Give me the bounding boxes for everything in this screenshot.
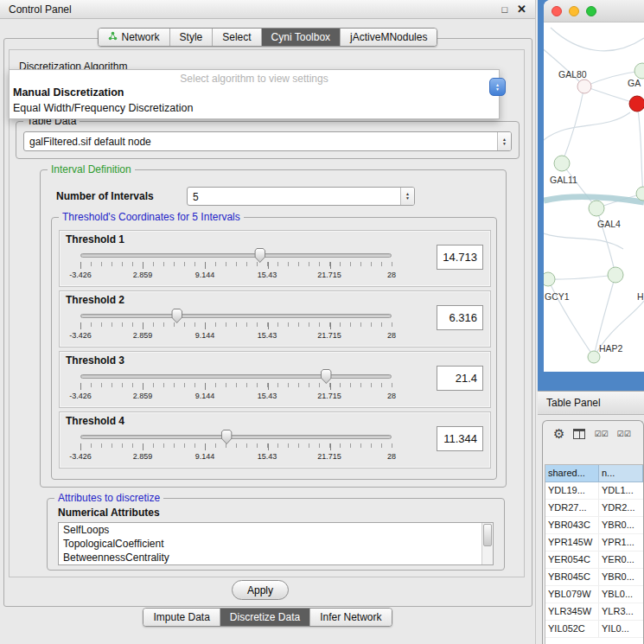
attributes-list: SelfLoops TopologicalCoefficient Between… [58, 522, 494, 565]
table-row[interactable]: YBR045C YBR0... [545, 569, 643, 586]
slider-thumb[interactable] [221, 430, 233, 444]
apply-button[interactable]: Apply [232, 580, 289, 600]
menu-item-manual-discretization[interactable]: Manual Discretization [10, 85, 499, 100]
table-cell: YIL0... [599, 621, 643, 638]
tab-label: Style [180, 31, 203, 43]
table-cell: YBR0... [599, 517, 643, 534]
table-row[interactable]: YLR345W YLR3... [545, 603, 643, 621]
network-node[interactable] [554, 156, 570, 171]
table-row[interactable]: YER054C YER0... [545, 552, 643, 569]
close-icon[interactable]: ✕ [517, 3, 526, 16]
network-node[interactable] [577, 80, 591, 93]
scrollbar[interactable] [481, 523, 493, 564]
table-row[interactable]: YPR145W YPR1... [545, 534, 643, 552]
table-cell: YLR3... [599, 603, 643, 621]
right-column: GAL80 GA GAL11 GAL4 GCY1 H HAP2 Table Pa… [538, 0, 644, 644]
slider-track[interactable] [80, 314, 392, 318]
tab-infer-network[interactable]: Infer Network [310, 609, 391, 626]
table-cell: YLR345W [545, 603, 599, 621]
threshold-label: Threshold 4 [66, 415, 124, 427]
zoom-button[interactable] [586, 6, 596, 16]
float-window-icon[interactable]: □ [501, 4, 507, 15]
network-view-window: GAL80 GA GAL11 GAL4 GCY1 H HAP2 [544, 0, 644, 372]
tab-discretize-data[interactable]: Discretize Data [220, 609, 310, 626]
table-toolbar: ⚙ ☑☑ ☑☑ [543, 421, 643, 447]
table-cell: YDL1... [599, 482, 643, 500]
tab-select[interactable]: Select [213, 29, 261, 46]
network-node[interactable] [544, 272, 555, 286]
network-node[interactable] [634, 63, 644, 79]
select-rows-icon[interactable]: ☑☑ [617, 430, 631, 438]
node-label: GAL4 [597, 219, 621, 229]
table-panel-titlebar: Table Panel [538, 391, 644, 415]
network-node[interactable] [588, 351, 600, 363]
slider-thumb[interactable] [254, 248, 265, 263]
network-node-selected[interactable] [629, 96, 644, 112]
table-cell: YPR1... [599, 534, 643, 552]
slider-track[interactable] [80, 253, 392, 258]
table-cell: YDL19... [545, 482, 599, 500]
node-label: H [637, 291, 644, 302]
threshold-panel: Threshold 3 -3.426 2.859 9.144 15.43 21.… [59, 351, 491, 408]
table-row[interactable]: YIL052C YIL0... [545, 621, 643, 638]
table-cell: YBL0... [599, 586, 643, 603]
scrollbar-thumb[interactable] [483, 524, 492, 546]
number-of-intervals-combobox[interactable]: 5 ▲▼ [187, 187, 415, 206]
minimize-button[interactable] [569, 6, 579, 16]
threshold-value-field[interactable]: 11.344 [437, 426, 483, 451]
table-row[interactable]: YDL19... YDL1... [545, 482, 643, 500]
network-canvas[interactable]: GAL80 GA GAL11 GAL4 GCY1 H HAP2 [544, 22, 644, 372]
tab-network[interactable]: Network [99, 29, 170, 46]
network-node[interactable] [589, 201, 604, 216]
threshold-value-field[interactable]: 14.713 [437, 245, 483, 270]
table-row[interactable]: YBR043C YBR0... [545, 517, 643, 534]
threshold-label: Threshold 1 [66, 233, 124, 245]
tab-impute-data[interactable]: Impute Data [143, 609, 220, 626]
table-panel-window: ⚙ ☑☑ ☑☑ shared... n... YDL19... YDL1... … [542, 420, 644, 644]
top-tabstrip: Network Style Select Cyni Toolbox jActiv… [98, 28, 438, 47]
control-panel-titlebar: Control Panel □ ✕ [0, 0, 535, 19]
attributes-group: Attributes to discretize Numerical Attri… [47, 498, 505, 571]
list-item[interactable]: SelfLoops [59, 523, 493, 537]
gear-icon[interactable]: ⚙ [553, 426, 564, 442]
tab-style[interactable]: Style [170, 29, 214, 46]
screen: Control Panel □ ✕ Network Style Select C… [0, 0, 644, 644]
table-cell: YDR2... [599, 500, 643, 517]
tab-label: Network [122, 31, 160, 43]
combo-stepper-icon: ▲▼ [497, 132, 511, 150]
table-cell: YBR0... [599, 569, 643, 586]
combo-scroll-capsule[interactable]: ▲ ▼ [489, 78, 506, 96]
slider-track[interactable] [80, 374, 392, 379]
threshold-value-field[interactable]: 6.316 [437, 305, 483, 330]
network-node[interactable] [608, 267, 623, 283]
threshold-slider[interactable]: -3.426 2.859 9.144 15.43 21.715 28 [80, 369, 392, 407]
table-cell: YER054C [545, 552, 599, 569]
threshold-slider[interactable]: -3.426 2.859 9.144 15.43 21.715 28 [80, 248, 392, 286]
tab-cyni-toolbox[interactable]: Cyni Toolbox [262, 29, 341, 46]
column-header-shared-name[interactable]: shared... [545, 465, 599, 482]
threshold-slider[interactable]: -3.426 2.859 9.144 15.43 21.715 28 [80, 309, 392, 347]
table-data-combobox[interactable]: galFiltered.sif default node ▲▼ [23, 131, 512, 151]
slider-track[interactable] [80, 435, 392, 439]
select-columns-icon[interactable]: ☑☑ [594, 430, 608, 438]
combo-stepper-icon: ▲▼ [400, 188, 414, 205]
threshold-slider[interactable]: -3.426 2.859 9.144 15.43 21.715 28 [80, 430, 392, 468]
columns-icon[interactable] [573, 429, 585, 439]
slider-tick-labels: -3.426 2.859 9.144 15.43 21.715 28 [80, 452, 392, 462]
menu-item-equal-width-frequency[interactable]: Equal Width/Frequency Discretization [10, 100, 499, 116]
interval-definition-group: Interval Definition Number of Intervals … [40, 169, 507, 488]
close-button[interactable] [552, 6, 562, 16]
column-header-name[interactable]: n... [599, 465, 643, 482]
table-row[interactable]: YBL079W YBL0... [545, 586, 643, 603]
list-item[interactable]: TopologicalCoefficient [59, 537, 493, 551]
table-row[interactable]: YDR27... YDR2... [545, 500, 643, 517]
tab-label: Impute Data [153, 611, 209, 623]
tab-label: Infer Network [320, 611, 381, 623]
slider-thumb[interactable] [321, 369, 332, 384]
slider-thumb[interactable] [171, 309, 182, 323]
panel-title: Control Panel [9, 3, 492, 16]
threshold-value-field[interactable]: 21.4 [437, 366, 483, 391]
table-cell: YDR27... [545, 500, 599, 517]
tab-jactivemodules[interactable]: jActiveMNodules [341, 29, 437, 46]
list-item[interactable]: BetweennessCentrality [59, 551, 493, 564]
